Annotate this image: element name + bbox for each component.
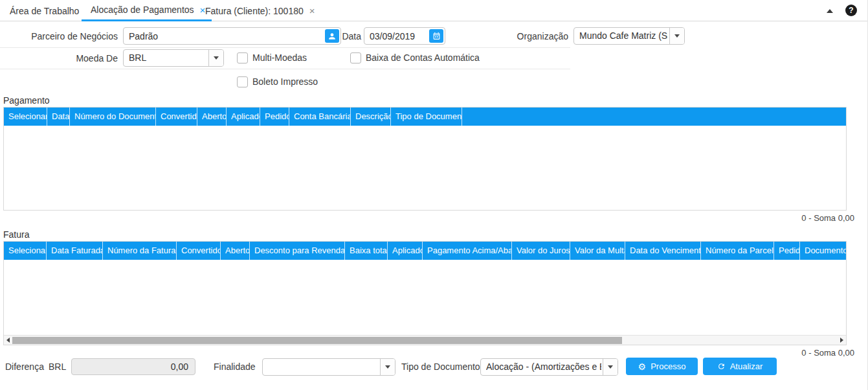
invoice-table-header: SelecionarData FaturadaNúmero da FaturaC… [4,242,846,260]
tab-bar: Área de Trabalho Alocação de Pagamentos … [0,0,868,21]
column-header-8[interactable]: Descrição [351,108,391,126]
column-header-0[interactable]: Selecionar [4,242,47,260]
doctype-combobox[interactable]: Alocação - (Amortizações e Ba [480,358,618,376]
column-header-9[interactable]: Valor do Juros [512,242,570,260]
close-icon[interactable]: × [309,6,315,16]
currency-dropdown-button[interactable] [208,50,223,66]
refresh-button-label: Atualizar [730,361,763,371]
organization-combobox[interactable]: Mundo Cafe Matriz (SF [573,27,685,45]
payment-table: SelecionarDataNúmero do DocumentoConvert… [3,107,847,211]
process-button-label: Processo [651,361,685,371]
collapse-caret-icon[interactable] [827,9,833,13]
column-header-6[interactable]: Baixa total [345,242,388,260]
currency-value: BRL [129,50,207,66]
tab-payment-allocation[interactable]: Alocação de Pagamentos × [82,0,212,21]
calendar-button[interactable] [429,29,443,43]
difference-label: Diferença [5,358,44,376]
organization-value: Mundo Cafe Matriz (SF [579,28,668,44]
business-partner-field [123,27,341,45]
business-partner-label: Parceiro de Negócios [0,27,118,45]
column-header-11[interactable]: Data do Vencimento [625,242,701,260]
date-label: Data [339,27,361,45]
help-icon[interactable]: ? [845,5,857,16]
scrollbar-thumb[interactable] [12,337,622,344]
charge-label: Finalidade [214,358,256,376]
charge-value [268,359,379,375]
column-header-2[interactable]: Número do Documento [70,108,156,126]
business-partner-input[interactable] [124,28,340,44]
payment-table-header: SelecionarDataNúmero do DocumentoConvert… [4,108,846,126]
column-header-5[interactable]: Aplicado [227,108,260,126]
difference-input[interactable] [72,359,195,374]
tab-label: Área de Trabalho [10,1,79,21]
payment-allocation-window: Área de Trabalho Alocação de Pagamentos … [0,0,868,390]
auto-writeoff-label: Baixa de Contas Automática [366,52,480,63]
payment-section-title: Pagamento [3,95,50,106]
column-header-13[interactable]: Pedido [774,242,800,260]
chevron-down-icon [385,365,390,369]
refresh-button[interactable]: Atualizar [703,358,777,375]
doctype-dropdown-button[interactable] [603,359,618,375]
column-header-3[interactable]: Convertido [156,108,197,126]
auto-writeoff-checkbox[interactable] [350,52,361,63]
business-partner-lookup-button[interactable] [325,29,339,43]
process-button[interactable]: ⚙ Processo [626,358,698,375]
column-header-2[interactable]: Número da Fatura [103,242,177,260]
doctype-value: Alocação - (Amortizações e Ba [486,359,601,375]
divider [0,69,570,69]
chevron-down-icon [214,56,219,60]
scroll-left-icon[interactable] [6,338,10,343]
scroll-right-icon[interactable] [840,338,843,343]
column-header-0[interactable]: Selecionar [4,108,47,126]
horizontal-scrollbar[interactable] [4,335,846,345]
person-icon [328,32,337,41]
tab-label: Alocação de Pagamentos [91,0,194,19]
column-header-1[interactable]: Data [47,108,70,126]
column-header-1[interactable]: Data Faturada [47,242,103,260]
doctype-label: Tipo de Documento [401,358,479,376]
column-header-7[interactable]: Aplicado [388,242,423,260]
column-header-5[interactable]: Desconto para Revendas [250,242,345,260]
column-header-12[interactable]: Número da Parcela [701,242,774,260]
invoice-table: SelecionarData FaturadaNúmero da FaturaC… [3,241,847,345]
column-header-14[interactable]: Documento F [800,242,846,260]
charge-combobox[interactable] [262,358,395,376]
payment-summary: 0 - Soma 0,00 [801,213,854,223]
column-header-3[interactable]: Convertido [177,242,221,260]
tab-invoice-customer[interactable]: Fatura (Cliente): 100180 × [196,0,322,21]
difference-field [71,358,195,375]
column-header-6[interactable]: Pedido [260,108,289,126]
invoice-summary: 0 - Soma 0,00 [801,348,854,358]
column-header-9[interactable]: Tipo de Documento [391,108,462,126]
chevron-down-icon [608,365,613,369]
date-field [364,27,445,45]
divider [0,47,570,48]
invoice-table-body [4,260,846,335]
column-header-4[interactable]: Aberto [221,242,250,260]
organization-dropdown-button[interactable] [669,28,684,44]
boleto-label: Boleto Impresso [252,76,318,87]
organization-label: Organização [487,27,568,45]
payment-table-body [4,126,846,210]
chevron-down-icon [674,34,680,38]
tab-label: Fatura (Cliente): 100180 [205,1,304,21]
column-header-7[interactable]: Conta Bancária [289,108,351,126]
column-header-10[interactable]: Valor da Multa [570,242,625,260]
invoice-section-title: Fatura [3,229,29,240]
calendar-icon [432,32,441,40]
refresh-icon [717,362,726,371]
multi-currency-label: Multi-Moedas [252,52,307,63]
boleto-checkbox[interactable] [237,76,248,87]
tab-workspace[interactable]: Área de Trabalho [10,0,79,21]
column-header-8[interactable]: Pagamento Acima/Abaixo [423,242,512,260]
gear-icon: ⚙ [638,362,647,371]
currency-label: Moeda De [0,49,118,67]
difference-currency: BRL [49,358,68,376]
currency-combobox[interactable]: BRL [123,49,224,67]
charge-dropdown-button[interactable] [380,359,395,375]
column-header-4[interactable]: Aberto [197,108,227,126]
multi-currency-checkbox[interactable] [237,52,248,63]
